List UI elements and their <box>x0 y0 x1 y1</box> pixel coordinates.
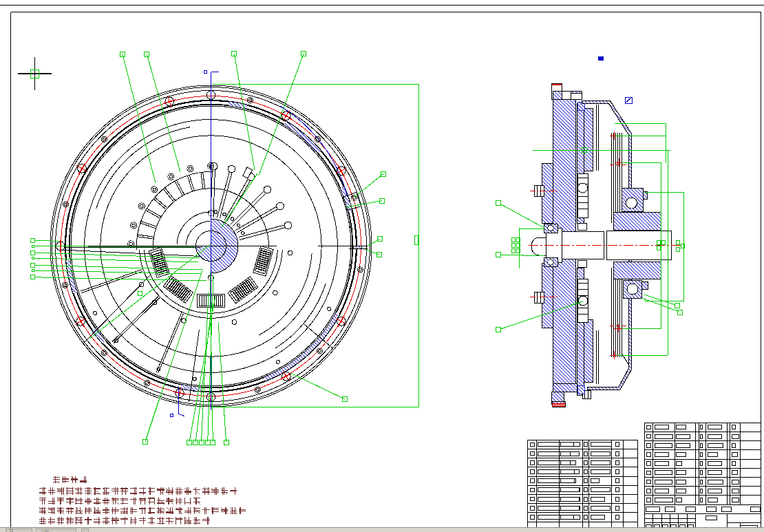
svg-text:t1: t1 <box>10 528 14 532</box>
svg-text:t3: t3 <box>44 528 48 532</box>
